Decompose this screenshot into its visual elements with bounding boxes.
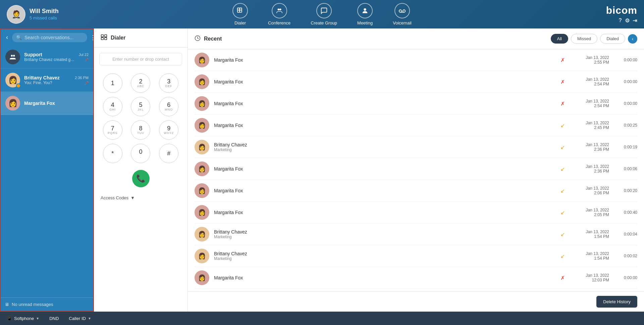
filter-missed[interactable]: Missed [571,34,597,44]
nav-create-group[interactable]: Create Group [311,3,337,25]
conv-preview: Brittany Chavez created gro... [24,57,75,62]
missed-call-icon: ✗ [557,101,568,107]
nav-meeting[interactable]: Meeting [357,3,373,25]
list-item[interactable]: Support Brittany Chavez created gro... J… [1,46,93,69]
svg-rect-2 [239,8,241,10]
conv-info: Support Brittany Chavez created gro... [24,52,75,62]
key-star[interactable]: * [103,144,122,163]
content-area: Dialer Enter number or drop contact 1 2A… [94,28,644,312]
call-datetime: Jan 13, 20222:45 PM [572,121,609,130]
svg-rect-1 [237,10,239,12]
dialer-header: Dialer [94,28,187,48]
nav-conference[interactable]: Conference [268,3,290,25]
call-datetime: Jan 13, 20222:36 PM [572,142,609,152]
settings-icon[interactable]: ⚙ [625,17,630,24]
avatar: 👩 [195,53,209,67]
missed-call-icon: ✗ [557,79,568,85]
user-info: 🤵 Will Smith 5 missed calls [7,5,80,24]
call-button[interactable]: 📞 [132,170,150,187]
key-2[interactable]: 2ABC [131,73,150,93]
conv-name: Brittany Chavez [24,75,71,80]
caller-id-control[interactable]: Caller ID ▼ [69,316,91,321]
svg-point-7 [399,10,401,12]
delete-history-button[interactable]: Delete History [596,296,637,308]
key-5[interactable]: 5JKL [131,97,150,116]
table-row: 👩 Margarita Fox ↙ Jan 13, 2022 0:00:00 [195,289,637,291]
recent-footer: Delete History [188,291,644,312]
share-icon[interactable]: ⇥ [633,17,637,24]
bicom-icons: ? ⚙ ⇥ [619,17,637,24]
call-duration: 0:00:00 [614,79,637,84]
table-row: 👩 Margarita Fox ↙ Jan 13, 20222:45 PM 0:… [195,115,637,136]
key-0[interactable]: 0. [131,144,150,163]
avatar: 👩 [195,227,209,242]
filter-all[interactable]: All [551,34,568,44]
incoming-call-icon: ↙ [557,166,568,172]
call-datetime: Jan 13, 20222:36 PM [572,164,609,174]
svg-rect-0 [237,8,239,10]
key-8[interactable]: 8TUV [131,120,150,140]
top-header: 🤵 Will Smith 5 missed calls Dialer [0,0,644,28]
more-options-icon[interactable]: ⋮ [90,34,96,41]
nav-voicemail[interactable]: Voicemail [393,3,412,25]
list-item[interactable]: 👩 Margarita Fox [1,92,93,115]
call-duration: 0:00:00 [614,101,637,106]
dnd-control[interactable]: DND [49,316,59,321]
dialer-icon [232,3,248,18]
key-6[interactable]: 6MNO [159,97,178,116]
conference-label: Conference [268,20,290,25]
incoming-call-icon: ↙ [557,253,568,259]
key-4[interactable]: 4GHI [103,97,122,116]
access-codes[interactable]: Access Codes ▼ [94,191,187,204]
missed-call-icon: ✗ [557,57,568,63]
filter-dialed[interactable]: Dialed [600,34,625,44]
call-name: Brittany Chavez [214,251,553,256]
call-datetime: Jan 13, 20222:54 PM [572,99,609,108]
call-name: Brittany Chavez [214,142,553,147]
call-name: Margarita Fox [214,210,553,215]
keypad: 1 2ABC 3DEF 4GHI 5JKL 6MNO 7PQRS 8TUV 9W… [94,71,187,166]
search-input[interactable] [24,35,83,40]
call-sub: Marketing [214,256,553,261]
key-7[interactable]: 7PQRS [103,120,122,140]
call-duration: 0:00:06 [614,167,637,171]
softphone-label: Softphone [14,316,34,321]
incoming-call-icon: ↙ [557,188,568,194]
key-3[interactable]: 3DEF [159,73,178,93]
access-codes-label: Access Codes [101,195,128,200]
softphone-control[interactable]: 📱 Softphone ▼ [7,316,39,321]
user-text: Will Smith 5 missed calls [30,8,59,21]
svg-rect-14 [105,35,107,37]
call-duration: 0:00:40 [614,210,637,215]
conv-time: 2:36 PM [75,76,89,80]
avatar: 👩 [5,96,20,111]
svg-point-5 [279,9,281,10]
incoming-call-icon: ↙ [557,231,568,238]
collapse-button[interactable]: ‹ [628,34,637,44]
call-info: Margarita Fox [214,210,553,215]
call-sub: Marketing [214,235,553,239]
bottom-bar: 📱 Softphone ▼ DND Caller ID ▼ [0,312,644,325]
call-info: Margarita Fox [214,275,553,280]
key-9[interactable]: 9WXYZ [159,120,178,140]
help-icon[interactable]: ? [619,17,622,24]
list-item[interactable]: 👩 Brittany Chavez You: Fine. You? 2:36 P… [1,69,93,92]
call-datetime: Jan 13, 20221:54 PM [572,251,609,261]
avatar: 👩 [195,118,209,133]
key-hash[interactable]: # [159,144,178,163]
svg-point-6 [364,8,366,11]
dialer-header-icon [101,34,107,42]
filter-buttons: All Missed Dialed ‹ [551,34,638,44]
avatar: 👩 [195,249,209,263]
key-1[interactable]: 1 [103,73,122,93]
nav-dialer[interactable]: Dialer [232,3,248,25]
back-button[interactable]: ‹ [5,32,9,42]
softphone-arrow: ▼ [36,317,39,320]
dialer-title: Dialer [111,35,125,41]
call-name: Margarita Fox [214,79,553,84]
conv-preview: You: Fine. You? [24,80,71,85]
number-input[interactable]: Enter number or drop contact [99,53,182,65]
dialer-label: Dialer [234,20,246,25]
voicemail-icon [394,3,410,18]
call-duration: 0:00:25 [614,123,637,128]
